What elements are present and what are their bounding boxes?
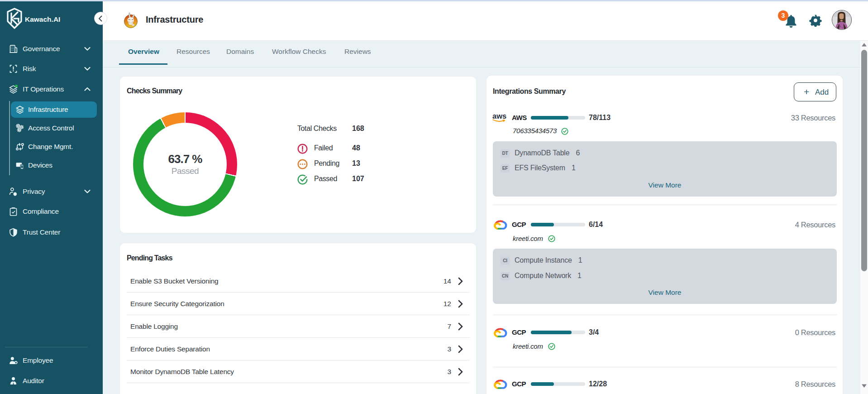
- svg-text:aws: aws: [492, 112, 506, 120]
